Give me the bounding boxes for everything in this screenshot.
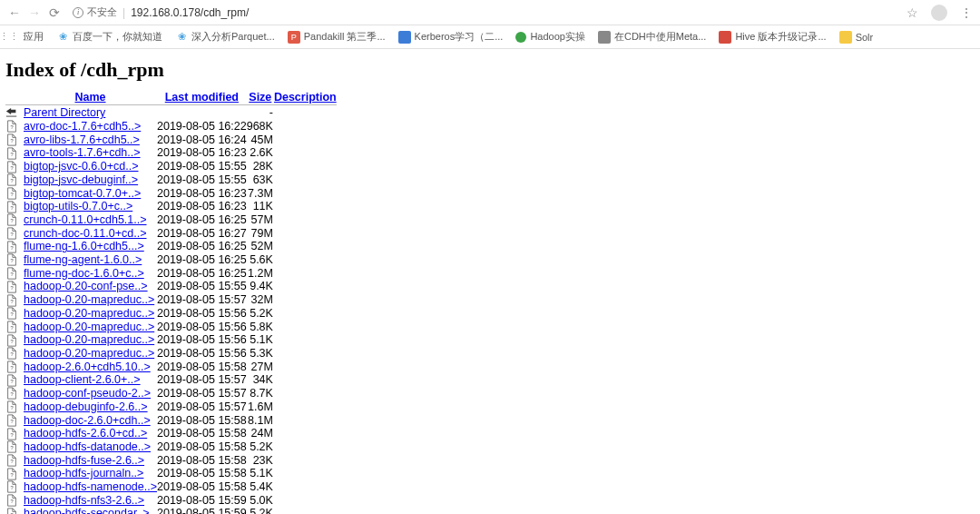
svg-text:?: ? bbox=[10, 458, 14, 464]
file-icon: ? bbox=[5, 147, 18, 160]
svg-text:?: ? bbox=[10, 298, 14, 304]
file-link[interactable]: flume-ng-1.6.0+cdh5...> bbox=[24, 240, 144, 252]
profile-avatar[interactable] bbox=[931, 5, 947, 21]
svg-text:?: ? bbox=[10, 324, 14, 331]
file-icon: ? bbox=[5, 294, 18, 307]
file-link[interactable]: flume-ng-agent-1.6.0..> bbox=[24, 253, 142, 266]
svg-text:?: ? bbox=[10, 471, 14, 478]
file-size: 28K bbox=[247, 160, 274, 173]
svg-text:?: ? bbox=[10, 204, 14, 211]
col-modified[interactable]: Last modified bbox=[165, 91, 239, 104]
file-row: ?hadoop-hdfs-secondar..>2019-08-05 15:59… bbox=[5, 507, 337, 514]
file-link[interactable]: bigtop-utils-0.7.0+c..> bbox=[24, 200, 132, 213]
file-row: ?bigtop-jsvc-0.6.0+cd..>2019-08-05 15:55… bbox=[5, 160, 337, 173]
file-icon: ? bbox=[5, 161, 18, 173]
bookmark-label: 百度一下，你就知道 bbox=[73, 30, 162, 44]
file-link[interactable]: hadoop-0.20-conf-pse..> bbox=[24, 280, 148, 292]
file-link[interactable]: hadoop-debuginfo-2.6..> bbox=[24, 400, 148, 413]
file-modified: 2019-08-05 16:27 bbox=[157, 226, 247, 240]
svg-text:?: ? bbox=[10, 258, 14, 264]
back-button[interactable]: ← bbox=[7, 5, 22, 20]
file-icon: ? bbox=[5, 201, 18, 213]
file-modified: 2019-08-05 15:57 bbox=[157, 387, 247, 400]
file-modified: 2019-08-05 15:58 bbox=[157, 440, 247, 454]
apps-label: 应用 bbox=[24, 30, 44, 44]
file-link[interactable]: hadoop-0.20-mapreduc..> bbox=[24, 347, 154, 360]
file-link[interactable]: avro-doc-1.7.6+cdh5..> bbox=[24, 120, 141, 133]
file-link[interactable]: hadoop-0.20-mapreduc..> bbox=[24, 293, 154, 306]
file-link[interactable]: hadoop-hdfs-2.6.0+cd..> bbox=[24, 427, 147, 440]
file-row: ?hadoop-0.20-mapreduc..>2019-08-05 15:56… bbox=[5, 320, 337, 333]
file-icon: ? bbox=[5, 133, 18, 146]
bookmark-item[interactable]: ❀百度一下，你就知道 bbox=[56, 30, 162, 44]
file-link[interactable]: hadoop-hdfs-nfs3-2.6..> bbox=[24, 494, 144, 507]
file-link[interactable]: hadoop-conf-pseudo-2..> bbox=[24, 387, 151, 400]
file-size: 34K bbox=[247, 373, 274, 387]
bookmark-icon: P bbox=[288, 31, 300, 44]
bookmark-item[interactable]: ❀深入分析Parquet... bbox=[175, 30, 275, 44]
file-size: 63K bbox=[247, 173, 274, 187]
file-modified: 2019-08-05 15:57 bbox=[157, 373, 247, 387]
file-modified: 2019-08-05 15:56 bbox=[157, 333, 247, 347]
file-modified: 2019-08-05 15:55 bbox=[157, 280, 247, 293]
forward-button[interactable]: → bbox=[27, 5, 42, 20]
file-row: ?hadoop-hdfs-namenode..>2019-08-05 15:58… bbox=[5, 480, 337, 494]
file-link[interactable]: crunch-doc-0.11.0+cd..> bbox=[24, 227, 147, 240]
file-link[interactable]: hadoop-hdfs-fuse-2.6..> bbox=[24, 454, 144, 467]
bookmark-star-icon[interactable]: ☆ bbox=[906, 5, 918, 20]
file-link[interactable]: hadoop-doc-2.6.0+cdh..> bbox=[24, 414, 151, 427]
file-link[interactable]: hadoop-0.20-mapreduc..> bbox=[24, 321, 154, 333]
bookmark-item[interactable]: Hive 版本升级记录... bbox=[719, 30, 826, 44]
file-row: ?hadoop-2.6.0+cdh5.10..>2019-08-05 15:58… bbox=[5, 360, 337, 373]
file-link[interactable]: crunch-0.11.0+cdh5.1..> bbox=[24, 213, 147, 226]
file-modified: 2019-08-05 15:57 bbox=[157, 293, 247, 307]
file-row: ?hadoop-hdfs-datanode..>2019-08-05 15:58… bbox=[5, 440, 337, 454]
file-link[interactable]: flume-ng-doc-1.6.0+c..> bbox=[24, 267, 144, 280]
svg-text:?: ? bbox=[10, 137, 14, 143]
file-icon: ? bbox=[5, 227, 18, 240]
bookmark-icon bbox=[839, 31, 852, 44]
file-size: 24M bbox=[247, 427, 274, 440]
file-icon: ? bbox=[5, 187, 18, 200]
file-link[interactable]: avro-libs-1.7.6+cdh5..> bbox=[24, 133, 140, 146]
svg-text:?: ? bbox=[10, 498, 14, 504]
file-size: 5.2K bbox=[247, 507, 274, 514]
bookmark-item[interactable]: Solr bbox=[839, 31, 874, 44]
file-link[interactable]: hadoop-hdfs-journaln..> bbox=[24, 467, 143, 479]
file-modified: 2019-08-05 15:56 bbox=[157, 320, 247, 333]
file-row: ?flume-ng-1.6.0+cdh5...>2019-08-05 16:25… bbox=[5, 240, 337, 253]
file-link[interactable]: hadoop-0.20-mapreduc..> bbox=[24, 307, 154, 320]
file-icon: ? bbox=[5, 307, 18, 320]
bookmark-item[interactable]: Hadoop实操 bbox=[515, 30, 585, 44]
file-row: ?hadoop-0.20-conf-pse..>2019-08-05 15:55… bbox=[5, 280, 337, 293]
file-link[interactable]: hadoop-hdfs-datanode..> bbox=[24, 440, 151, 453]
file-link[interactable]: bigtop-jsvc-debuginf..> bbox=[24, 173, 138, 186]
file-row: ?hadoop-0.20-mapreduc..>2019-08-05 15:56… bbox=[5, 333, 337, 347]
file-link[interactable]: hadoop-hdfs-namenode..> bbox=[24, 480, 157, 493]
file-link[interactable]: hadoop-client-2.6.0+..> bbox=[24, 373, 141, 386]
file-size: 57M bbox=[247, 213, 274, 227]
browser-toolbar: ← → ⟳ i 不安全 | 192.168.0.178/cdh_rpm/ ☆ ⋮ bbox=[0, 0, 980, 25]
file-size: 32M bbox=[247, 293, 274, 307]
security-indicator[interactable]: i 不安全 bbox=[73, 5, 117, 19]
reload-button[interactable]: ⟳ bbox=[47, 5, 62, 20]
file-link[interactable]: avro-tools-1.7.6+cdh..> bbox=[24, 146, 141, 159]
file-link[interactable]: bigtop-jsvc-0.6.0+cd..> bbox=[24, 160, 138, 173]
bookmark-item[interactable]: Kerberos学习（二... bbox=[398, 30, 504, 44]
file-modified: 2019-08-05 15:58 bbox=[157, 413, 247, 427]
menu-icon[interactable]: ⋮ bbox=[960, 5, 973, 20]
file-link[interactable]: bigtop-tomcat-0.7.0+..> bbox=[24, 187, 141, 200]
file-link[interactable]: hadoop-2.6.0+cdh5.10..> bbox=[24, 361, 151, 373]
col-size[interactable]: Size bbox=[249, 91, 271, 104]
svg-text:?: ? bbox=[10, 444, 14, 450]
apps-button[interactable]: ⋮⋮⋮ 应用 bbox=[7, 30, 44, 44]
bookmark-item[interactable]: PPandakill 第三季... bbox=[288, 30, 386, 44]
file-link[interactable]: hadoop-hdfs-secondar..> bbox=[24, 507, 150, 514]
col-desc[interactable]: Description bbox=[274, 91, 337, 104]
parent-directory-link[interactable]: Parent Directory bbox=[24, 106, 105, 119]
address-bar[interactable]: i 不安全 | 192.168.0.178/cdh_rpm/ bbox=[73, 3, 899, 23]
bookmark-item[interactable]: 在CDH中使用Meta... bbox=[598, 30, 706, 44]
col-name[interactable]: Name bbox=[74, 91, 105, 104]
file-link[interactable]: hadoop-0.20-mapreduc..> bbox=[24, 333, 154, 346]
file-row: ?avro-libs-1.7.6+cdh5..>2019-08-05 16:24… bbox=[5, 133, 337, 146]
